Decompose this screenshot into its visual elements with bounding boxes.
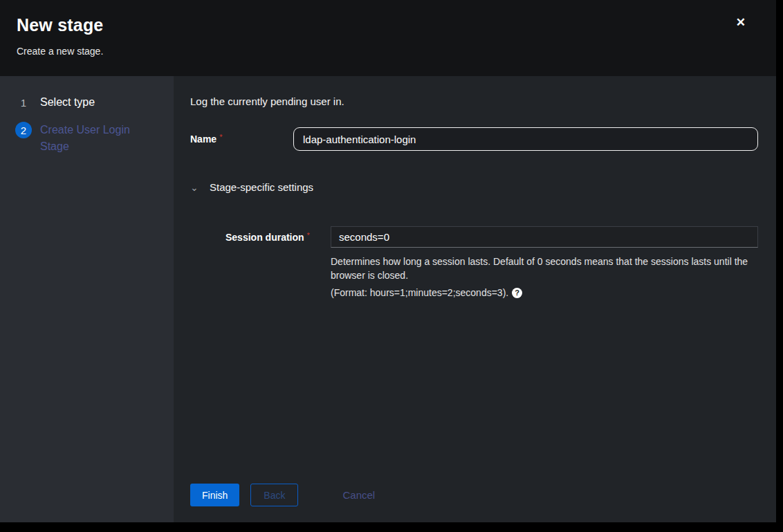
session-duration-label-col: Session duration* <box>225 231 331 244</box>
session-duration-input[interactable] <box>331 226 758 248</box>
format-hint-text: (Format: hours=1;minutes=2;seconds=3). <box>331 287 508 298</box>
step-label: Create User Login Stage <box>40 122 142 155</box>
wizard-step-select-type[interactable]: 1 Select type <box>15 94 163 111</box>
new-stage-modal: New stage Create a new stage. ✕ 1 Select… <box>0 0 776 522</box>
step-label: Select type <box>40 94 95 111</box>
session-duration-help: Determines how long a session lasts. Def… <box>331 255 758 298</box>
settings-group: Session duration* Determines how long a … <box>225 226 758 298</box>
step-number-badge: 2 <box>15 122 32 138</box>
settings-expand-toggle[interactable]: ⌄ Stage-specific settings <box>190 181 313 193</box>
step-number: 1 <box>15 94 32 111</box>
wizard-nav: 1 Select type 2 Create User Login Stage <box>0 76 174 522</box>
page-title: New stage <box>17 15 759 35</box>
wizard-footer: Finish Back Cancel <box>190 484 758 506</box>
name-label: Name <box>190 134 217 145</box>
session-input-col <box>331 226 758 248</box>
modal-header: New stage Create a new stage. ✕ <box>0 0 776 76</box>
required-asterisk: * <box>307 231 310 239</box>
required-asterisk: * <box>219 133 222 141</box>
page-subtitle: Create a new stage. <box>17 46 759 57</box>
name-input[interactable] <box>293 127 758 151</box>
stage-specific-settings-section: ⌄ Stage-specific settings Session durati… <box>190 181 758 298</box>
cancel-button[interactable]: Cancel <box>342 484 375 506</box>
help-circle-icon[interactable]: ? <box>512 288 522 298</box>
finish-button[interactable]: Finish <box>190 484 239 506</box>
stage-form-pane: Log the currently pending user in. Name*… <box>174 76 776 522</box>
session-duration-label: Session duration <box>225 232 304 243</box>
modal-body: 1 Select type 2 Create User Login Stage … <box>0 76 776 522</box>
close-icon[interactable]: ✕ <box>736 17 746 28</box>
chevron-down-icon: ⌄ <box>190 182 200 193</box>
wizard-step-create-user-login-stage[interactable]: 2 Create User Login Stage <box>15 122 163 155</box>
settings-section-title: Stage-specific settings <box>210 181 313 193</box>
back-button[interactable]: Back <box>250 484 298 506</box>
stage-description: Log the currently pending user in. <box>190 95 758 107</box>
session-duration-help-text: Determines how long a session lasts. Def… <box>331 255 758 282</box>
name-form-row: Name* <box>190 127 758 151</box>
session-duration-form-row: Session duration* <box>225 226 758 248</box>
name-label-col: Name* <box>190 133 293 145</box>
format-hint-line: (Format: hours=1;minutes=2;seconds=3). ? <box>331 287 758 298</box>
